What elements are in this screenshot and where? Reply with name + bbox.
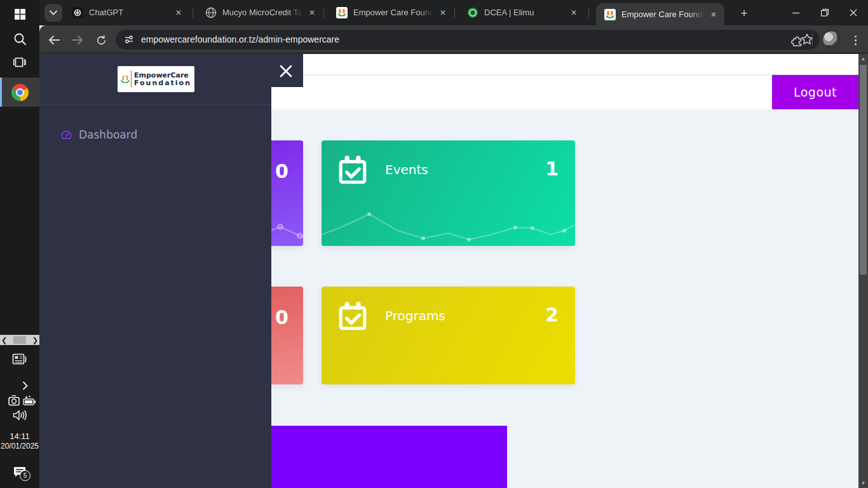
tab-search-button[interactable] — [44, 4, 62, 22]
tab-close-icon[interactable]: ✕ — [307, 8, 317, 18]
calendar-check-icon — [337, 154, 369, 186]
profile-avatar[interactable] — [822, 30, 840, 48]
tab-separator — [193, 8, 193, 18]
extensions-button[interactable] — [789, 32, 806, 48]
browser-tab[interactable]: Empower Care Foundation ✕ — [328, 0, 454, 25]
stat-label: Programs — [385, 308, 445, 323]
forward-arrow-icon — [72, 35, 83, 45]
page-scrollbar[interactable]: ▲ ▼ — [858, 54, 868, 488]
display-icon — [8, 395, 20, 406]
scroll-left-icon[interactable]: ❮ — [1, 336, 7, 344]
tab-separator — [323, 8, 324, 18]
puzzle-icon — [791, 34, 804, 46]
window-restore-button[interactable] — [810, 0, 839, 25]
app-logo[interactable]: EmpowerCare Foundation — [118, 66, 194, 92]
address-bar[interactable]: empowercarefoundation.or.tz/admin-empowe… — [116, 30, 820, 50]
empowercare-logo-icon — [121, 70, 130, 89]
scroll-right-icon[interactable]: ❯ — [32, 336, 38, 344]
dcea-icon — [467, 7, 478, 18]
restore-icon — [821, 9, 829, 17]
forward-button[interactable] — [69, 32, 86, 48]
scroll-up-arrow-icon[interactable]: ▲ — [858, 56, 868, 62]
sidebar-divider — [39, 104, 271, 105]
globe-icon — [205, 7, 217, 18]
stat-card-events[interactable]: Events 1 — [322, 140, 575, 246]
chevron-down-icon — [50, 10, 57, 15]
window-minimize-button[interactable] — [781, 0, 810, 25]
start-button[interactable] — [0, 5, 39, 23]
battery-status-button[interactable] — [20, 395, 38, 406]
logo-divider — [131, 71, 132, 88]
reload-icon — [96, 35, 107, 46]
close-icon — [278, 64, 294, 79]
calendar-check-icon — [337, 301, 369, 332]
chatgpt-icon — [72, 7, 83, 18]
back-button[interactable] — [46, 32, 62, 48]
bottom-purple-card[interactable] — [271, 426, 507, 488]
taskbar-scroll-strip[interactable]: ❮ ❯ — [0, 335, 39, 345]
sidebar-item-dashboard[interactable]: Dashboard — [39, 124, 271, 146]
url-text[interactable]: empowercarefoundation.or.tz/admin-empowe… — [141, 30, 339, 50]
task-view-icon — [13, 57, 26, 68]
browser-tab[interactable]: Mucyo MicroCredit Tanzan ✕ — [197, 0, 323, 25]
sidebar-item-label: Dashboard — [79, 128, 137, 141]
sidebar: EmpowerCare Foundation Dashboard — [39, 54, 271, 488]
browser-menu-button[interactable] — [849, 32, 862, 48]
taskbar: ❮ ❯ 14:11 20/01/2025 5 — [0, 0, 39, 488]
show-hidden-icons-button[interactable] — [15, 379, 34, 393]
browser-toolbar: empowercarefoundation.or.tz/admin-empowe… — [39, 25, 868, 54]
stat-label: Events — [385, 162, 428, 177]
search-icon — [13, 32, 27, 46]
chrome-icon[interactable] — [0, 83, 39, 101]
scrollbar-thumb[interactable] — [860, 65, 867, 274]
browser-tab[interactable]: ChatGPT ✕ — [64, 0, 189, 25]
browser-tab[interactable]: DCEA | Elimu ✕ — [459, 0, 585, 25]
logo-title-line1: EmpowerCare — [134, 72, 191, 79]
sidebar-close-button[interactable] — [277, 62, 295, 80]
windows-logo-icon — [15, 9, 25, 20]
empowercare-logo-icon — [604, 9, 616, 20]
window-close-button[interactable] — [839, 0, 868, 25]
news-widget-button[interactable] — [0, 351, 39, 369]
notification-count-badge: 5 — [20, 470, 31, 481]
stat-card-programs[interactable]: Programs 2 — [322, 287, 575, 384]
back-arrow-icon — [48, 35, 60, 45]
chevron-right-icon — [22, 381, 28, 390]
tab-title: ChatGPT — [89, 0, 169, 25]
browser-tab-active[interactable]: Empower Care Foundation ✕ — [596, 3, 724, 25]
tab-close-icon[interactable]: ✕ — [173, 8, 184, 18]
reload-button[interactable] — [93, 32, 109, 48]
volume-button[interactable] — [0, 407, 39, 423]
speaker-icon — [13, 409, 27, 421]
logout-button[interactable]: Logout — [772, 75, 858, 109]
toolbar-divider — [812, 34, 813, 46]
site-info-icon[interactable] — [123, 34, 135, 45]
task-view-button[interactable] — [0, 53, 39, 71]
close-icon — [850, 9, 857, 17]
new-tab-button[interactable]: + — [736, 5, 752, 22]
sparkline — [322, 207, 575, 246]
tab-strip: ChatGPT ✕ Mucyo MicroCredit Tanzan ✕ Emp… — [39, 0, 868, 25]
news-icon — [12, 353, 27, 367]
tab-title: Empower Care Foundation — [621, 3, 704, 25]
tab-separator — [588, 8, 589, 18]
tab-title: DCEA | Elimu — [484, 0, 564, 25]
taskbar-scroll-thumb[interactable] — [13, 336, 26, 344]
stat-count: 1 — [545, 158, 559, 180]
tab-close-icon[interactable]: ✕ — [438, 8, 448, 18]
taskbar-search-button[interactable] — [0, 29, 39, 48]
scroll-down-arrow-icon[interactable]: ▼ — [858, 480, 868, 486]
stat-count: 2 — [545, 304, 559, 326]
taskbar-clock-time[interactable]: 14:11 — [0, 431, 39, 441]
battery-charging-icon — [23, 395, 36, 405]
minimize-icon — [792, 10, 799, 17]
taskbar-clock-date[interactable]: 20/01/2025 — [0, 442, 39, 451]
logo-title-line2: Foundation — [134, 79, 191, 87]
gauge-icon — [60, 130, 72, 140]
tab-title: Empower Care Foundation — [353, 0, 433, 25]
empowercare-logo-icon — [336, 7, 348, 18]
tab-close-icon[interactable]: ✕ — [569, 8, 579, 18]
screen: Logout 0 Events 1 — [0, 0, 868, 488]
tab-close-icon[interactable]: ✕ — [709, 10, 719, 20]
tab-separator — [454, 8, 455, 18]
